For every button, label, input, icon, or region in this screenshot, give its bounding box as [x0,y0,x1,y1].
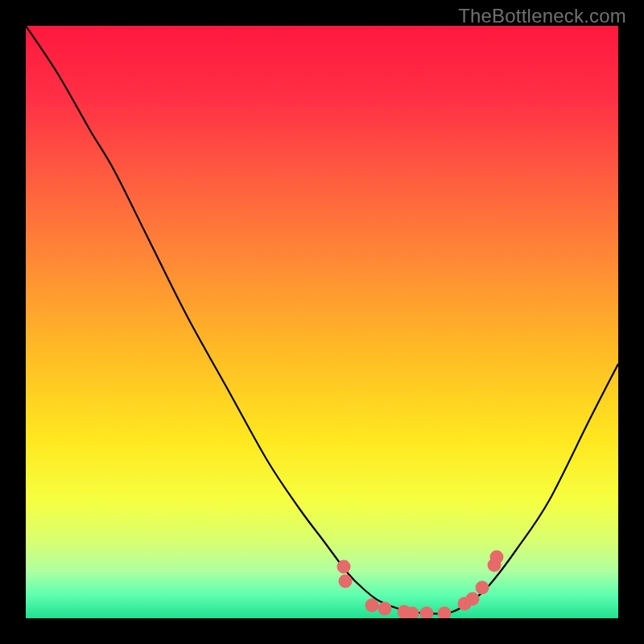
sweet-spot-dot [476,581,489,595]
sweet-spot-dot [466,592,480,606]
sweet-spot-dot [420,607,434,619]
chart-plot-layer [26,26,618,618]
bottleneck-curve [26,26,618,613]
watermark-text: TheBottleneck.com [458,5,626,27]
sweet-spot-dots-group [337,551,504,619]
sweet-spot-dot [378,602,392,616]
sweet-spot-dot [337,560,351,574]
sweet-spot-dot [490,551,504,564]
sweet-spot-dot [339,575,353,588]
chart-frame [26,26,618,618]
sweet-spot-dot [365,599,379,613]
sweet-spot-dot [438,607,452,619]
